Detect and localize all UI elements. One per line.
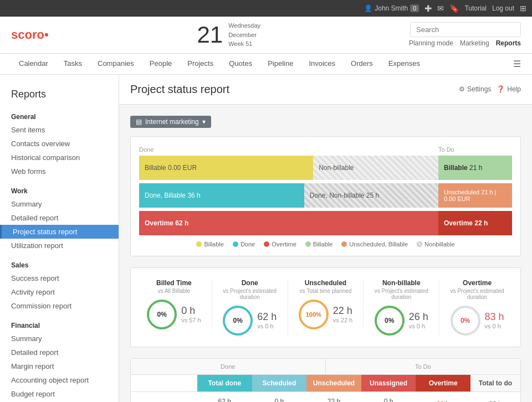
reports-link[interactable]: Reports [496, 39, 521, 47]
metric-overtime: Overtime vs Project's estimated duration… [439, 279, 515, 336]
bar-unscheduled-todo-label: Unscheduled 21 h | 0.00 EUR [444, 189, 507, 202]
sidebar-item-accounting-object[interactable]: Accounting object report [0, 373, 119, 387]
row-label: Total [131, 395, 197, 403]
metric-nonbillable-row: 0% 26 h vs 0 h [375, 306, 428, 336]
table-todo-label: To Do [415, 363, 431, 370]
metric-overtime-main: 83 h [485, 311, 504, 323]
sidebar-item-financial-detailed[interactable]: Detailed report [0, 346, 119, 359]
table-empty-col [131, 375, 197, 391]
metric-done-sub: vs 0 h [257, 323, 273, 329]
metric-unscheduled-gauge: 100% [299, 300, 329, 329]
metric-overtime-gauge: 0% [451, 306, 480, 336]
date-week: Week 51 [228, 39, 260, 49]
bar-unscheduled-todo: Unscheduled 21 h | 0.00 EUR [438, 183, 512, 208]
sidebar-item-web-forms[interactable]: Web forms [0, 164, 119, 178]
sidebar-item-project-status-report[interactable]: Project status report [0, 225, 119, 239]
nav-people[interactable]: People [142, 54, 180, 74]
row-total-done: 62 h 0 EUR [197, 392, 252, 403]
metric-unscheduled-main: 22 h [333, 305, 352, 317]
bar-overtime-todo: Overtime 22 h [438, 211, 512, 235]
layout: Reports General Sent items Contacts over… [0, 75, 532, 403]
metric-overtime-row: 0% 83 h vs 0 h [451, 306, 504, 336]
sidebar-item-success-report[interactable]: Success report [0, 271, 119, 285]
filter-tag[interactable]: ▤ Internet marketing ▾ [130, 116, 211, 128]
col-unassigned-label: Unassigned [370, 379, 407, 387]
todo-section-header: To Do [438, 145, 512, 153]
bar-nonbillable-done-label: Non-billable [319, 164, 354, 172]
table-col-overtime: Overtime [416, 375, 470, 391]
metric-done: Done vs Project's estimated duration 0% … [212, 279, 288, 336]
date-day: Wednesday [228, 21, 260, 30]
bar-done-nonbillable-label: Done, Non-billable 25 h [310, 192, 379, 199]
sidebar-item-work-summary[interactable]: Summary [0, 197, 119, 211]
grid-icon[interactable]: ⊞ [520, 4, 526, 13]
chart-row-3: Overtime 62 h Overtime 22 h [139, 211, 512, 235]
sidebar-item-financial-summary[interactable]: Summary [0, 332, 119, 346]
legend-overtime-dot [264, 241, 269, 247]
sidebar-item-detailed-report[interactable]: Detailed report [0, 211, 119, 225]
marketing-link[interactable]: Marketing [460, 39, 489, 47]
legend-done-label: Done [241, 241, 255, 248]
bar1-todo: Billable 21 h [438, 156, 512, 180]
nav-quotes[interactable]: Quotes [221, 54, 260, 74]
table-col-total-todo: Total to do [470, 375, 520, 391]
sidebar-item-sent-items[interactable]: Sent items [0, 123, 119, 137]
nav-calendar[interactable]: Calendar [11, 54, 56, 74]
user-avatar-icon: 👤 [364, 4, 372, 12]
col-scheduled-label: Scheduled [263, 379, 296, 387]
metric-unscheduled-sub: vs 22 h [333, 317, 352, 323]
sidebar-item-budget-report[interactable]: Budget report [0, 387, 119, 401]
sidebar-item-historical-comparison[interactable]: Historical comparison [0, 151, 119, 164]
filter-bar: ▤ Internet marketing ▾ [130, 116, 521, 128]
planning-mode-link[interactable]: Planning mode [409, 39, 453, 47]
table-todo-header: To Do [326, 359, 521, 375]
metric-billed-title: Billed Time [156, 279, 192, 287]
done-section-header: Done [139, 145, 438, 153]
date-month: December [228, 30, 260, 40]
tutorial-link[interactable]: Tutorial [464, 4, 487, 12]
mail-icon[interactable]: ✉ [437, 4, 444, 13]
nav-expenses[interactable]: Expenses [381, 54, 428, 74]
nav-orders[interactable]: Orders [343, 54, 381, 74]
col-total-todo-label: Total to do [479, 379, 512, 387]
row-unscheduled: 22 h 0 EUR [306, 392, 361, 403]
bar-overtime-todo-label: Overtime 22 h [444, 219, 488, 227]
bookmark-icon[interactable]: 🔖 [449, 4, 459, 13]
metric-unscheduled-subtitle: vs Total time planned [300, 288, 352, 294]
nav-projects[interactable]: Projects [180, 54, 221, 74]
date-block: 21 Wednesday December Week 51 [197, 21, 260, 49]
help-button[interactable]: ❓ Help [497, 85, 521, 93]
sidebar-item-activity-report[interactable]: Activity report [0, 285, 119, 299]
sidebar-item-contacts-overview[interactable]: Contacts overview [0, 137, 119, 151]
metric-overtime-title: Overtime [463, 279, 492, 287]
bar-done-billable-label: Done, Billable 36 h [145, 192, 201, 199]
logout-link[interactable]: Log out [492, 4, 514, 12]
metrics-section: Billed Time vs All Billable 0% 0 h vs 57… [130, 267, 521, 347]
table-section-headers: Done To Do [131, 359, 520, 375]
header: scoro• 21 Wednesday December Week 51 Pla… [0, 17, 532, 54]
nav-invoices[interactable]: Invoices [301, 54, 343, 74]
user-info[interactable]: 👤 John Smith 0 [364, 4, 419, 12]
table-col-unscheduled: Unscheduled [306, 375, 361, 391]
logo[interactable]: scoro• [11, 28, 49, 42]
bar3-todo: Overtime 22 h [438, 211, 512, 235]
bar-billable-todo-label: Billable [444, 164, 468, 172]
nav-pipeline[interactable]: Pipeline [260, 54, 301, 74]
nav-companies[interactable]: Companies [90, 54, 142, 74]
metric-done-gauge: 0% [223, 306, 253, 336]
sidebar-item-margin-report[interactable]: Margin report [0, 359, 119, 373]
chart-section: Done To Do Billable 0.00 EUR Non-billabl… [130, 136, 521, 256]
username: John Smith [375, 4, 408, 12]
add-icon[interactable]: ✚ [424, 3, 432, 14]
help-icon: ❓ [497, 85, 505, 93]
legend-unscheduled: Unscheduled, Billable [341, 241, 408, 248]
nav-tasks[interactable]: Tasks [56, 54, 90, 74]
search-input[interactable] [410, 22, 521, 37]
sidebar-item-utilization-report[interactable]: Utilization report [0, 239, 119, 252]
settings-button[interactable]: ⚙ Settings [459, 85, 491, 93]
row-unassigned: 0 h 0 EUR [361, 392, 416, 403]
bar-done-billable: Done, Billable 36 h [139, 183, 304, 208]
col-overtime-label: Overtime [429, 379, 458, 387]
sidebar-item-commission-report[interactable]: Commission report [0, 299, 119, 313]
hamburger-icon[interactable]: ☰ [513, 59, 521, 69]
